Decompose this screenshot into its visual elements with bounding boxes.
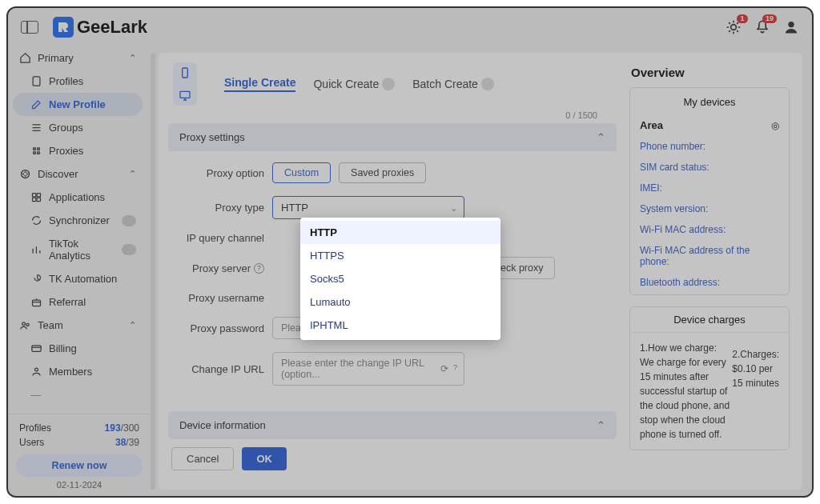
chevron-up-icon: ⌃ <box>129 169 136 179</box>
sidebar-item-synchronizer[interactable]: Synchronizer <box>8 209 147 232</box>
topbar: GeeLark 1 19 <box>8 8 812 46</box>
dropdown-item-socks5[interactable]: Socks5 <box>300 267 500 290</box>
charges-text-1: 1.How we charge: We charge for every 15 … <box>640 341 732 442</box>
svg-point-12 <box>35 368 38 371</box>
device-row: Bluetooth address: <box>630 272 789 293</box>
device-row: Wi-Fi MAC address: <box>630 219 789 240</box>
ip-query-label: IP query channel <box>179 232 272 244</box>
dropdown-item-https[interactable]: HTTPS <box>300 244 500 267</box>
sidebar-item-tk-automation[interactable]: TK Automation <box>8 267 147 290</box>
sidebar-item-profiles[interactable]: Profiles <box>8 70 147 93</box>
tab-single-create[interactable]: Single Create <box>224 76 295 92</box>
sidebar-section-primary[interactable]: Primary ⌃ <box>8 46 147 70</box>
device-row: Phone number: <box>630 136 789 157</box>
device-row-area: Area ◎ <box>630 114 789 136</box>
svg-point-1 <box>789 22 794 27</box>
device-info-header[interactable]: Device information ⌃ <box>168 411 617 439</box>
sidebar-item-referral[interactable]: Referral <box>8 290 147 314</box>
svg-rect-8 <box>33 300 41 306</box>
sidebar-section-team[interactable]: Team ⌃ <box>8 314 147 337</box>
device-info-panel: Device information ⌃ <box>168 411 617 439</box>
svg-rect-4 <box>33 194 36 197</box>
chevron-down-icon: ⌄ <box>450 202 457 213</box>
sidebar-toggle-icon[interactable] <box>21 21 38 34</box>
proxy-username-label: Proxy username <box>179 292 272 304</box>
cancel-button[interactable]: Cancel <box>171 447 234 470</box>
svg-point-10 <box>26 323 29 326</box>
gear-bell-icon[interactable]: 1 <box>726 19 742 35</box>
sidebar-item-members[interactable]: Members <box>8 360 147 383</box>
device-row: System version: <box>630 198 789 219</box>
tab-batch-create[interactable]: Batch Create <box>412 78 494 90</box>
sidebar-item-groups[interactable]: Groups <box>8 116 147 139</box>
chevron-up-icon: ⌃ <box>129 320 136 330</box>
proxy-password-label: Proxy password <box>179 322 272 334</box>
sidebar-item-tiktok-analytics[interactable]: TikTok Analytics <box>8 232 147 267</box>
brand-mark-icon <box>53 17 74 38</box>
dropdown-item-iphtml[interactable]: IPHTML <box>300 314 500 337</box>
dropdown-item-http[interactable]: HTTP <box>300 221 500 244</box>
overview-title: Overview <box>629 62 790 87</box>
sidebar-item-new-profile[interactable]: New Profile <box>13 93 143 116</box>
my-devices-card: My devices Area ◎ Phone number: SIM card… <box>629 87 790 295</box>
location-pin-icon[interactable]: ◎ <box>771 120 779 131</box>
proxy-option-saved[interactable]: Saved proxies <box>339 162 426 183</box>
brand-logo: GeeLark <box>53 17 147 38</box>
svg-point-0 <box>731 25 737 30</box>
device-type-toggle <box>173 62 197 106</box>
svg-point-9 <box>22 322 26 326</box>
brand-name: GeeLark <box>77 17 147 38</box>
desktop-icon[interactable] <box>178 88 192 102</box>
toggle-pill-icon[interactable] <box>122 244 136 255</box>
sidebar-item-proxies[interactable]: Proxies <box>8 139 147 162</box>
notif-badge-1: 1 <box>737 14 748 23</box>
notif-badge-2: 19 <box>762 14 777 23</box>
sidebar-item-applications[interactable]: Applications <box>8 186 147 209</box>
svg-rect-14 <box>180 91 190 98</box>
sidebar-footer: Profiles 193/300 Users 38/39 Renew now 0… <box>8 414 151 496</box>
sidebar-item-billing[interactable]: Billing <box>8 337 147 360</box>
toggle-pill-icon[interactable] <box>122 215 136 226</box>
renew-button[interactable]: Renew now <box>16 454 143 477</box>
overview-column: Overview My devices Area ◎ Phone number:… <box>629 62 790 483</box>
sidebar-item-more: — <box>8 383 147 406</box>
help-icon[interactable]: ? <box>254 263 264 274</box>
chevron-up-icon: ⌃ <box>597 131 605 143</box>
user-avatar-icon[interactable] <box>783 19 799 35</box>
device-row: IMEI: <box>630 178 789 198</box>
device-charges-title: Device charges <box>630 307 789 333</box>
tab-badge-icon <box>382 78 395 90</box>
stat-users-label: Users <box>19 437 44 448</box>
chevron-up-icon: ⌃ <box>129 53 136 63</box>
proxy-type-select[interactable]: HTTP ⌄ <box>272 196 464 219</box>
chevron-up-icon: ⌃ <box>597 419 605 431</box>
phone-icon[interactable] <box>178 66 192 80</box>
device-row: SIM card status: <box>630 157 789 178</box>
footer-date: 02-11-2024 <box>16 480 143 490</box>
refresh-icon[interactable]: ⟳ <box>440 363 448 374</box>
svg-rect-5 <box>37 194 40 197</box>
dropdown-item-lumauto[interactable]: Lumauto <box>300 290 500 314</box>
ok-button[interactable]: OK <box>242 447 287 470</box>
device-row: Wi-Fi MAC address of the phone: <box>630 240 789 272</box>
char-counter: 0 / 1500 <box>168 110 617 120</box>
svg-rect-6 <box>33 198 36 201</box>
change-ip-url-label: Change IP URL <box>179 363 272 375</box>
tab-badge-icon <box>481 78 494 90</box>
svg-rect-2 <box>33 77 40 86</box>
tab-quick-create[interactable]: Quick Create <box>313 78 395 90</box>
my-devices-title: My devices <box>630 90 789 114</box>
change-ip-url-input[interactable]: Please enter the change IP URL (option..… <box>272 352 464 386</box>
proxy-server-label: Proxy server? <box>179 262 272 274</box>
proxy-option-label: Proxy option <box>179 167 272 179</box>
sidebar: Primary ⌃ Profiles New Profile Groups <box>8 46 151 496</box>
proxy-settings-header[interactable]: Proxy settings ⌃ <box>168 123 617 151</box>
device-charges-card: Device charges 1.How we charge: We charg… <box>629 306 790 450</box>
help-icon[interactable]: ? <box>453 363 457 374</box>
sidebar-section-discover[interactable]: Discover ⌃ <box>8 162 147 186</box>
proxy-option-custom[interactable]: Custom <box>272 162 331 183</box>
svg-rect-13 <box>183 68 188 78</box>
stat-profiles-label: Profiles <box>19 422 51 434</box>
bell-icon[interactable]: 19 <box>754 19 770 35</box>
scrollbar[interactable] <box>151 53 155 490</box>
